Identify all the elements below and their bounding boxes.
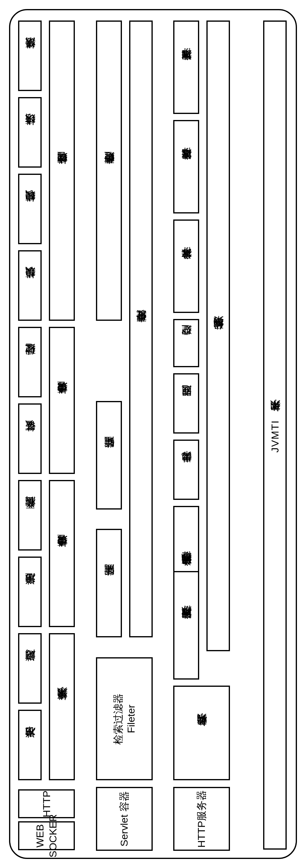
- label: 模块消息体系: [55, 705, 69, 709]
- box-module-freeze: 模块冻结: [18, 97, 41, 167]
- box-search-filter: 检索过滤器 Fileter: [96, 657, 153, 780]
- label: 签名认证: [23, 437, 37, 440]
- box-jvmti-architecture: JVMTI架构体系: [263, 21, 287, 849]
- box-module-control-mgmt: 模块控制管理: [49, 21, 75, 321]
- label: 立即返回: [179, 402, 193, 405]
- label: 抛出异常: [179, 468, 193, 471]
- box-method-return-event: 方法返回事件: [173, 120, 199, 213]
- label: JVMTI架构体系: [268, 417, 282, 453]
- l1: WEB: [34, 824, 46, 847]
- box-listen-register: 监听注测: [96, 529, 122, 638]
- box-event-listen-handle: 事件侦听处理: [96, 21, 122, 321]
- label: 消息注册: [23, 591, 37, 593]
- label: 事件侦听处理: [102, 169, 116, 173]
- label: 加载类检索: [195, 732, 208, 735]
- box-httpserver: HTTP服务器: [173, 787, 230, 851]
- label: 模块质量管理: [55, 399, 69, 402]
- box-websocker: WEB SOCKER: [18, 821, 75, 850]
- box-module-unload: 模块卸载: [18, 174, 41, 244]
- label: 事件处理分发: [134, 327, 148, 331]
- label: 模块冻结: [23, 131, 37, 133]
- box-http-proto: HTTP: [18, 789, 75, 818]
- box-noop: 空处理: [173, 319, 199, 367]
- box-method-call-event: 方法调用事件: [173, 21, 199, 114]
- box-module-quality-mgmt-1: 模块质量管理: [49, 327, 75, 474]
- box-code-weave-framework: 代码编制框架: [206, 21, 230, 651]
- r5c8: 方法调用跟踪事件: [173, 571, 199, 680]
- label-line2: Fileter: [125, 705, 136, 733]
- box-malware-detect: 恶意检测: [18, 480, 41, 551]
- label: 恶意检测: [23, 514, 37, 517]
- label: HTTP: [41, 790, 53, 817]
- label: 处理控速: [23, 361, 37, 363]
- box-module-activate: 模块激活: [18, 21, 41, 91]
- box-method-exception-event: 方法异常事件: [173, 219, 199, 313]
- label: 监听注销: [102, 454, 116, 457]
- label: 模块控制管理: [55, 169, 69, 173]
- l2: SOCKER: [47, 814, 59, 858]
- label: 方法调用跟踪事件: [179, 623, 193, 628]
- label: 监听注测: [102, 582, 116, 584]
- label-search-filter: 检索过滤器 Fileter: [112, 693, 137, 744]
- label: 模块激活: [23, 55, 37, 57]
- box-servlet: Servlet 容器: [96, 787, 153, 851]
- label: 模块卸载: [23, 208, 37, 210]
- diagram-frame: 模块激活 模块冻结 模块卸载 模块加载 处理控速 签名认证 恶意检测 消息注册 …: [9, 9, 297, 859]
- label: 模块加载: [23, 284, 37, 287]
- label-websocker: WEB SOCKER: [34, 814, 59, 858]
- label: 方法调用事件: [179, 65, 193, 69]
- box-msg-subscribe: 消息订阅: [18, 633, 41, 704]
- box-module-msg-system: 模块消息体系: [49, 633, 75, 780]
- box-msg-publish: 消息发布: [18, 710, 41, 780]
- label: 模块质量管理: [55, 552, 69, 555]
- box-sign-auth: 签名认证: [18, 403, 41, 474]
- box-module-load: 模块加载: [18, 250, 41, 321]
- label: 方法异常事件: [179, 265, 193, 268]
- box-load-class-search: 加载类检索: [173, 686, 230, 780]
- label: 空处理: [179, 342, 193, 344]
- box-event-dispatch: 事件处理分发: [129, 21, 153, 638]
- label-line1: 检索过滤器: [112, 693, 124, 744]
- box-module-quality-mgmt-2: 模块质量管理: [49, 480, 75, 627]
- label: 代码编制框架: [211, 334, 225, 338]
- box-return-immediate: 立即返回: [173, 373, 199, 434]
- label: 方法返回事件: [179, 165, 193, 168]
- label: Servlet 容器: [117, 791, 131, 846]
- box-throw-exception: 抛出异常: [173, 440, 199, 500]
- box-msg-register: 消息注册: [18, 557, 41, 627]
- label: HTTP服务器: [195, 790, 208, 848]
- label: 消息订阅: [23, 667, 37, 670]
- box-process-throttle: 处理控速: [18, 327, 41, 397]
- label: 消息发布: [23, 744, 37, 746]
- box-listen-unregister: 监听注销: [96, 401, 122, 509]
